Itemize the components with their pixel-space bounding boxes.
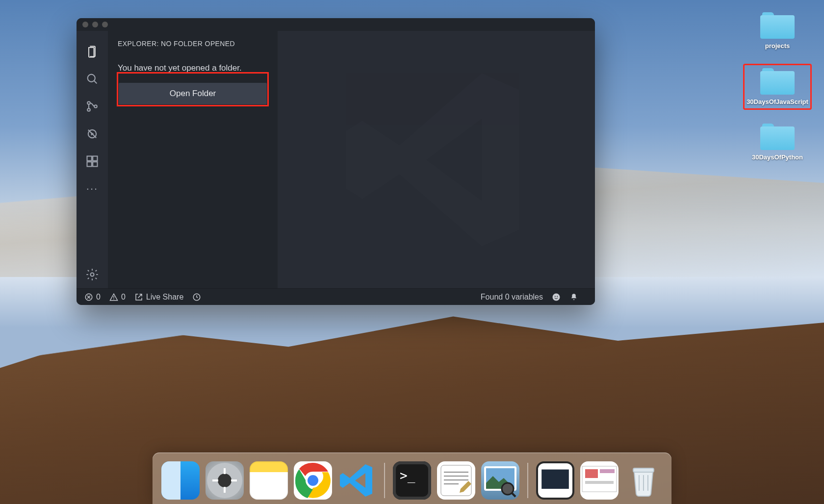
more-icon[interactable]: ··· <box>77 175 108 202</box>
folder-icon <box>760 12 795 39</box>
warnings-count: 0 <box>121 293 126 302</box>
extensions-icon[interactable] <box>77 148 108 175</box>
textedit-icon <box>437 461 475 500</box>
vscode-logo-watermark-icon <box>334 57 540 263</box>
svg-rect-30 <box>633 468 654 472</box>
macos-dock: >_ <box>153 453 671 504</box>
vscode-body: ··· EXPLORER: NO FOLDER OPENED You have … <box>77 31 595 288</box>
desktop-folder-label: 30DaysOfJavaScript <box>747 98 808 106</box>
dock-vscode[interactable] <box>338 461 376 500</box>
svg-rect-25 <box>541 469 569 488</box>
dock-textedit[interactable] <box>437 461 475 500</box>
folder-icon <box>760 68 795 95</box>
window-titlebar[interactable] <box>77 18 595 31</box>
svg-rect-6 <box>87 162 92 166</box>
explorer-title: EXPLORER: NO FOLDER OPENED <box>118 40 268 48</box>
svg-rect-29 <box>585 481 614 484</box>
svg-point-9 <box>91 273 94 277</box>
dock-launchpad[interactable] <box>206 461 244 500</box>
terminal-icon: >_ <box>393 461 431 500</box>
explorer-icon[interactable] <box>77 38 108 65</box>
preview-icon <box>481 461 519 500</box>
editor-welcome-area <box>278 31 595 288</box>
status-history[interactable] <box>192 293 201 302</box>
launchpad-icon <box>206 461 244 500</box>
live-share-icon <box>134 293 143 302</box>
warning-triangle-icon <box>109 293 118 302</box>
svg-rect-7 <box>93 162 97 166</box>
dock-divider <box>384 463 385 498</box>
explorer-empty-message: You have not yet opened a folder. <box>118 63 268 73</box>
dock-finder[interactable] <box>161 461 200 500</box>
chrome-icon <box>294 461 332 500</box>
status-found-variables[interactable]: Found 0 variables <box>481 293 543 302</box>
macos-desktop: projects 30DaysOfJavaScript 30DaysOfPyth… <box>0 0 824 504</box>
status-live-share[interactable]: Live Share <box>134 293 184 302</box>
trash-icon <box>624 461 663 500</box>
dock-divider <box>527 463 528 498</box>
explorer-sidebar: EXPLORER: NO FOLDER OPENED You have not … <box>108 31 278 288</box>
debug-icon[interactable] <box>77 120 108 148</box>
folder-icon <box>760 124 795 151</box>
svg-point-13 <box>555 296 556 297</box>
minimize-icon[interactable] <box>92 22 98 27</box>
svg-point-0 <box>88 75 95 82</box>
desktop-folder-projects[interactable]: projects <box>743 12 812 50</box>
open-folder-button[interactable]: Open Folder <box>119 83 267 104</box>
svg-point-2 <box>87 108 90 111</box>
vscode-window: ··· EXPLORER: NO FOLDER OPENED You have … <box>77 18 595 305</box>
desktop-folder-label: 30DaysOfPython <box>752 153 803 161</box>
dock-minimized-window-1[interactable] <box>536 461 574 500</box>
svg-point-19 <box>308 475 318 486</box>
dock-preview[interactable] <box>481 461 519 500</box>
window-thumbnail-icon <box>538 463 572 498</box>
bell-icon <box>569 293 578 302</box>
desktop-folder-30daysjs[interactable]: 30DaysOfJavaScript <box>743 64 812 110</box>
desktop-folder-label: projects <box>765 42 790 50</box>
svg-point-14 <box>557 296 558 297</box>
dock-minimized-window-2[interactable] <box>580 461 618 500</box>
search-icon[interactable] <box>77 65 108 93</box>
settings-gear-icon[interactable] <box>77 261 108 288</box>
source-control-icon[interactable] <box>77 93 108 120</box>
svg-point-1 <box>87 101 90 104</box>
window-traffic-lights <box>82 22 108 27</box>
error-circle-icon <box>84 293 93 302</box>
window-thumbnail-icon <box>580 461 618 500</box>
close-icon[interactable] <box>82 22 88 27</box>
history-clock-icon <box>192 293 201 302</box>
svg-point-16 <box>218 474 232 487</box>
dock-notes[interactable] <box>250 461 288 500</box>
dock-chrome[interactable] <box>294 461 332 500</box>
svg-rect-8 <box>93 156 97 161</box>
desktop-folder-30dayspython[interactable]: 30DaysOfPython <box>743 124 812 161</box>
svg-point-12 <box>553 293 560 301</box>
zoom-icon[interactable] <box>102 22 108 27</box>
status-warnings[interactable]: 0 <box>109 293 126 302</box>
status-notifications[interactable] <box>569 293 578 302</box>
open-folder-highlight: Open Folder <box>118 73 268 105</box>
status-errors[interactable]: 0 <box>84 293 101 302</box>
found-variables-text: Found 0 variables <box>481 293 543 302</box>
status-feedback[interactable] <box>552 293 561 302</box>
svg-point-3 <box>94 105 97 108</box>
vscode-icon <box>338 461 376 500</box>
status-bar: 0 0 Live Share Found 0 variables <box>77 288 595 305</box>
smiley-icon <box>552 293 561 302</box>
svg-rect-27 <box>585 469 598 478</box>
svg-rect-28 <box>600 469 615 473</box>
svg-text:>_: >_ <box>400 468 415 483</box>
svg-rect-5 <box>87 156 92 161</box>
dock-trash[interactable] <box>624 461 663 500</box>
activity-bar: ··· <box>77 31 108 288</box>
errors-count: 0 <box>96 293 101 302</box>
desktop-icons-area: projects 30DaysOfJavaScript 30DaysOfPyth… <box>743 12 812 161</box>
live-share-label: Live Share <box>146 293 184 302</box>
dock-terminal[interactable]: >_ <box>393 461 431 500</box>
